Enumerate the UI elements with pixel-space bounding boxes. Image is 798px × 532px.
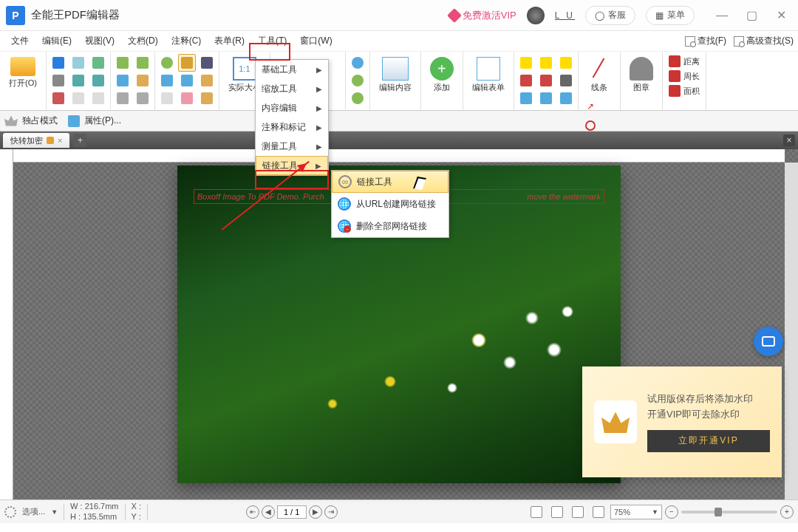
support-button[interactable]: ◯ 客服 bbox=[585, 6, 635, 25]
zoom-in-button[interactable]: + bbox=[780, 505, 794, 519]
tab-close-button[interactable]: × bbox=[58, 136, 62, 145]
t1-icon[interactable] bbox=[158, 89, 176, 107]
open-button[interactable]: 打开(O) bbox=[3, 54, 43, 92]
t3-icon[interactable] bbox=[198, 89, 216, 107]
edit-form-button[interactable]: 编辑表单 bbox=[466, 54, 511, 96]
menu-file[interactable]: 文件 bbox=[4, 31, 35, 51]
properties-button[interactable]: 属性(P)... bbox=[84, 115, 121, 127]
avatar[interactable] bbox=[527, 7, 545, 24]
menu-window[interactable]: 窗口(W) bbox=[293, 31, 338, 51]
menu-view[interactable]: 视图(V) bbox=[78, 31, 121, 51]
dd-content-edit[interactable]: 内容编辑▶ bbox=[256, 98, 328, 117]
scan-icon[interactable] bbox=[69, 72, 87, 89]
sm-create-url-link[interactable]: 🌐 从URL创建网络链接 bbox=[332, 193, 449, 215]
t2-icon[interactable] bbox=[178, 89, 196, 107]
cursor-pos: X : Y : bbox=[132, 502, 141, 521]
exclusive-mode-button[interactable]: 独占模式 bbox=[22, 115, 58, 127]
highlight-t-icon[interactable] bbox=[517, 54, 535, 72]
paste-icon[interactable] bbox=[134, 72, 151, 89]
save-icon[interactable] bbox=[50, 54, 67, 72]
lines-button[interactable]: 线条 bbox=[582, 54, 617, 96]
area-icon bbox=[669, 85, 681, 97]
print-icon[interactable] bbox=[50, 72, 67, 89]
tabbar-close-button[interactable]: × bbox=[783, 134, 795, 146]
rotate-left-icon[interactable] bbox=[158, 54, 176, 72]
underline-icon[interactable] bbox=[517, 89, 535, 107]
layout-facing-cont-icon[interactable] bbox=[590, 503, 607, 521]
gear-icon[interactable] bbox=[4, 506, 16, 518]
distance-button[interactable]: 距离 bbox=[666, 54, 703, 69]
dd-zoom-tools[interactable]: 缩放工具▶ bbox=[256, 79, 328, 98]
dd-measure[interactable]: 测量工具▶ bbox=[256, 137, 328, 156]
cut-icon[interactable] bbox=[114, 89, 132, 107]
snapshot-icon[interactable] bbox=[198, 54, 216, 72]
open-vip-button[interactable]: 立即开通VIP bbox=[647, 430, 770, 452]
redo-icon[interactable] bbox=[134, 54, 151, 72]
zoom-slider[interactable] bbox=[681, 511, 777, 514]
delete-icon[interactable] bbox=[134, 89, 151, 107]
blank2-icon[interactable] bbox=[89, 89, 107, 107]
clipboard-icon[interactable] bbox=[198, 72, 216, 89]
close-button[interactable]: ✕ bbox=[770, 4, 792, 27]
activate-vip-link[interactable]: 免费激活VIP bbox=[449, 9, 516, 22]
note-icon[interactable] bbox=[557, 54, 575, 72]
dd-annotate[interactable]: 注释和标记▶ bbox=[256, 117, 328, 137]
rot1-icon[interactable] bbox=[349, 72, 366, 89]
undo-icon[interactable] bbox=[114, 54, 132, 72]
next-page-button[interactable]: ▶ bbox=[309, 505, 322, 519]
rot2-icon[interactable] bbox=[349, 89, 366, 107]
add-button[interactable]: + 添加 bbox=[424, 54, 460, 96]
tab-add-button[interactable]: + bbox=[73, 134, 86, 147]
layout-single-icon[interactable] bbox=[528, 503, 545, 521]
options-button[interactable]: 选项... bbox=[22, 506, 45, 517]
menu-edit[interactable]: 编辑(E) bbox=[35, 31, 78, 51]
edit-content-button[interactable]: 编辑内容 bbox=[373, 54, 417, 96]
saveas-icon[interactable] bbox=[69, 54, 87, 72]
menu-button[interactable]: ▦ 菜单 bbox=[646, 6, 695, 25]
new-icon[interactable] bbox=[89, 72, 107, 89]
area-button[interactable]: 面积 bbox=[666, 83, 703, 98]
last-page-button[interactable]: ⇥ bbox=[324, 505, 338, 519]
prev-page-button[interactable]: ◀ bbox=[262, 505, 275, 519]
hand-icon[interactable] bbox=[178, 54, 196, 72]
box-t-icon[interactable] bbox=[537, 72, 555, 89]
strike-icon[interactable] bbox=[517, 72, 535, 89]
select-icon[interactable] bbox=[158, 72, 176, 89]
layout-cont-icon[interactable] bbox=[548, 503, 566, 521]
dd-link-tools[interactable]: 链接工具▶ bbox=[256, 156, 328, 175]
find-button[interactable]: 查找(F) bbox=[685, 35, 726, 47]
page-input[interactable] bbox=[277, 505, 307, 519]
advanced-find-button[interactable]: 高级查找(S) bbox=[734, 35, 794, 47]
layout-facing-icon[interactable] bbox=[569, 503, 587, 521]
vertical-scrollbar[interactable] bbox=[785, 163, 798, 499]
menu-tools[interactable]: 工具(T) bbox=[251, 31, 293, 51]
zoom-select[interactable]: 75%▼ bbox=[610, 505, 662, 519]
minimize-button[interactable]: — bbox=[711, 4, 733, 27]
copy-icon[interactable] bbox=[114, 72, 132, 89]
sm-link-tool[interactable]: ∞ 链接工具 bbox=[332, 171, 449, 193]
blank-icon[interactable] bbox=[69, 89, 87, 107]
menu-form[interactable]: 表单(R) bbox=[208, 31, 251, 51]
dd-basic-tools[interactable]: 基础工具▶ bbox=[256, 60, 328, 79]
text-select-icon[interactable] bbox=[178, 72, 196, 89]
box-t2-icon[interactable] bbox=[537, 89, 555, 107]
perimeter-button[interactable]: 周长 bbox=[666, 69, 703, 83]
menu-comment[interactable]: 注释(C) bbox=[165, 31, 208, 51]
document-tab[interactable]: 快转加密 × bbox=[3, 133, 69, 148]
sound-icon[interactable] bbox=[557, 89, 575, 107]
sm-delete-links[interactable]: 🌐- 删除全部网络链接 bbox=[332, 215, 449, 237]
email-icon[interactable] bbox=[89, 54, 107, 72]
zoom-in-icon[interactable] bbox=[349, 54, 366, 72]
zoom-out-button[interactable]: − bbox=[665, 505, 678, 519]
stamp-button[interactable]: 图章 bbox=[624, 54, 659, 96]
attach-icon[interactable] bbox=[557, 72, 575, 89]
close-doc-icon[interactable] bbox=[50, 89, 67, 107]
maximize-button[interactable]: ▢ bbox=[740, 4, 763, 27]
chevron-down-icon[interactable]: ▼ bbox=[51, 508, 58, 516]
user-name[interactable]: L U bbox=[555, 10, 575, 21]
floating-action-button[interactable] bbox=[754, 327, 783, 356]
menu-document[interactable]: 文档(D) bbox=[121, 31, 165, 51]
text-t-icon[interactable] bbox=[537, 54, 555, 72]
arrow-icon[interactable]: ↗ bbox=[582, 98, 599, 115]
first-page-button[interactable]: ⇤ bbox=[246, 505, 259, 519]
